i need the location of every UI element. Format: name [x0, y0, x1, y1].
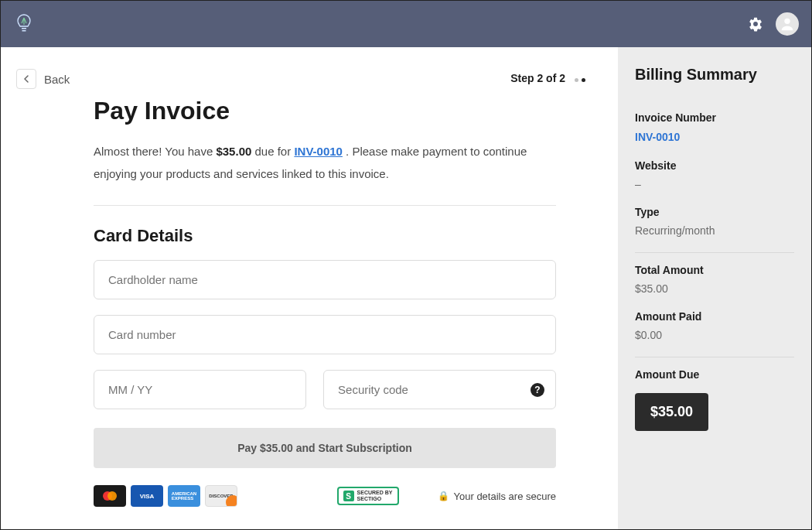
step-text: Step 2 of 2 [510, 72, 565, 84]
lead-invoice-link[interactable]: INV-0010 [294, 145, 343, 158]
svg-point-2 [784, 19, 790, 24]
payment-footer: VISA AMERICANEXPRESS DISCOVER S SECURED … [94, 485, 556, 507]
cardholder-name-input[interactable] [94, 260, 556, 299]
expiry-input[interactable] [94, 370, 306, 409]
sectigo-badge: S SECURED BYSECTIGO [337, 487, 399, 504]
total-amount-value: $35.00 [635, 282, 794, 295]
card-number-input[interactable] [94, 315, 556, 354]
amount-paid-value: $0.00 [635, 329, 794, 341]
invoice-number-label: Invoice Number [635, 111, 794, 124]
type-value: Recurring/month [635, 224, 794, 237]
amount-due-label: Amount Due [635, 368, 794, 381]
summary-title: Billing Summary [635, 66, 794, 84]
amex-icon: AMERICANEXPRESS [168, 485, 200, 507]
visa-icon: VISA [131, 485, 163, 507]
secure-note: 🔒 Your details are secure [438, 491, 557, 502]
settings-gear-icon[interactable] [748, 16, 763, 32]
back-label: Back [44, 73, 70, 86]
lock-icon: 🔒 [438, 491, 449, 501]
brand-logo[interactable] [13, 13, 35, 35]
amount-paid-label: Amount Paid [635, 310, 794, 323]
back-button[interactable] [16, 69, 36, 89]
pay-button[interactable]: Pay $35.00 and Start Subscription [94, 428, 556, 468]
summary-divider-2 [635, 357, 794, 357]
card-details-heading: Card Details [94, 226, 556, 246]
main-panel: Back Step 2 of 2 Pay Invoice Almost ther… [1, 47, 618, 529]
divider [94, 205, 556, 206]
discover-icon: DISCOVER [205, 485, 237, 507]
website-value: – [635, 178, 794, 190]
lead-amount: $35.00 [216, 145, 251, 158]
top-bar [1, 1, 811, 47]
page-title: Pay Invoice [94, 97, 556, 125]
cvc-help-icon[interactable]: ? [531, 383, 544, 397]
total-amount-label: Total Amount [635, 264, 794, 276]
invoice-number-link[interactable]: INV-0010 [635, 131, 680, 143]
lead-text: Almost there! You have $35.00 due for IN… [94, 141, 556, 185]
type-label: Type [635, 206, 794, 218]
svg-rect-0 [22, 28, 26, 29]
user-avatar[interactable] [776, 12, 799, 36]
svg-rect-1 [22, 30, 26, 32]
billing-summary-panel: Billing Summary Invoice Number INV-0010 … [618, 47, 811, 529]
website-label: Website [635, 159, 794, 172]
svg-point-4 [107, 491, 117, 501]
summary-divider-1 [635, 252, 794, 253]
amount-due-value: $35.00 [635, 393, 708, 431]
mastercard-icon [94, 485, 126, 507]
step-indicator: Step 2 of 2 [510, 72, 587, 84]
step-dots [573, 72, 587, 84]
security-code-input[interactable] [324, 371, 555, 409]
